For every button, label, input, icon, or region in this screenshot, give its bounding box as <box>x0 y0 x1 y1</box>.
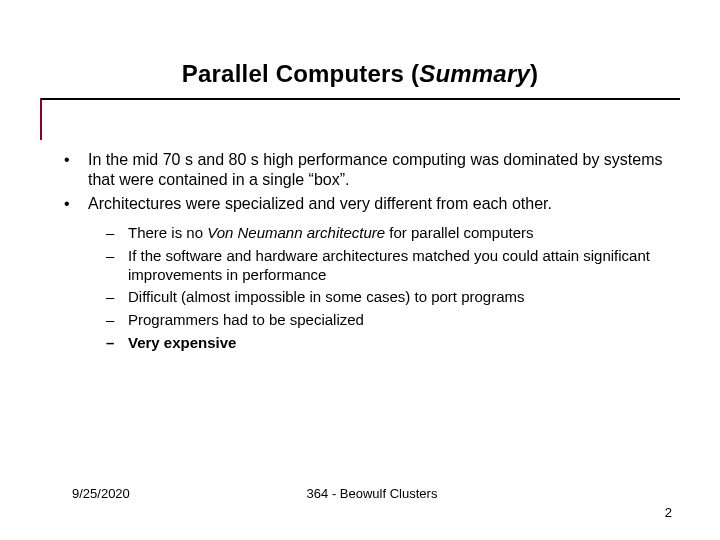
sub-bullet-list: There is no Von Neumann architecture for… <box>88 224 664 353</box>
slide-title: Parallel Computers (Summary) <box>40 60 680 88</box>
sub-bullet-item: There is no Von Neumann architecture for… <box>88 224 664 243</box>
bullet-item: Architectures were specialized and very … <box>56 194 664 353</box>
bullet-list: In the mid 70 s and 80 s high performanc… <box>56 150 664 353</box>
sub-text-pre: There is no <box>128 224 207 241</box>
footer-date: 9/25/2020 <box>72 486 130 501</box>
sub-text: Difficult (almost impossible in some cas… <box>128 288 525 305</box>
slide-body: In the mid 70 s and 80 s high performanc… <box>56 150 664 363</box>
title-prefix: Parallel Computers ( <box>182 60 419 87</box>
von-neumann-italic: Von Neumann architecture <box>207 224 385 241</box>
sub-text-post: for parallel computers <box>385 224 533 241</box>
sub-bullet-item: Difficult (almost impossible in some cas… <box>88 288 664 307</box>
sub-bullet-item: Very expensive <box>88 334 664 353</box>
title-suffix: ) <box>530 60 538 87</box>
bullet-text: In the mid 70 s and 80 s high performanc… <box>88 151 663 188</box>
sub-text-bold: Very expensive <box>128 334 236 351</box>
bullet-item: In the mid 70 s and 80 s high performanc… <box>56 150 664 190</box>
footer-center: 364 - Beowulf Clusters <box>307 486 438 501</box>
sub-text: If the software and hardware architectur… <box>128 247 650 283</box>
horizontal-rule <box>40 98 680 100</box>
sub-bullet-item: If the software and hardware architectur… <box>88 247 664 285</box>
title-heading: Parallel Computers (Summary) <box>40 60 680 88</box>
footer-page-number: 2 <box>665 505 672 520</box>
bullet-text: Architectures were specialized and very … <box>88 195 552 212</box>
sub-bullet-item: Programmers had to be specialized <box>88 311 664 330</box>
accent-vertical-rule <box>40 98 42 140</box>
title-summary: Summary <box>419 60 530 87</box>
sub-text: Programmers had to be specialized <box>128 311 364 328</box>
title-rule <box>40 98 680 100</box>
slide-footer: 9/25/2020 364 - Beowulf Clusters 2 <box>72 486 672 504</box>
